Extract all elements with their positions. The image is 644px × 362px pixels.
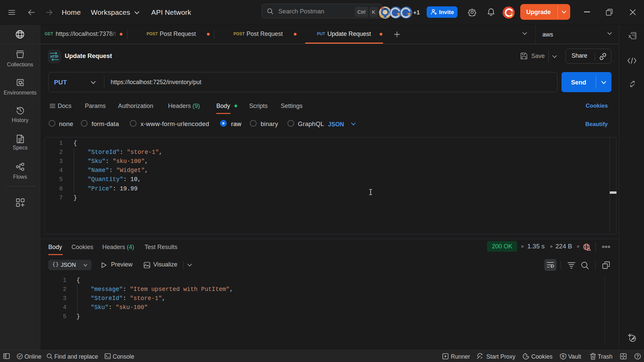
svg-text:HTTP: HTTP bbox=[50, 55, 58, 59]
